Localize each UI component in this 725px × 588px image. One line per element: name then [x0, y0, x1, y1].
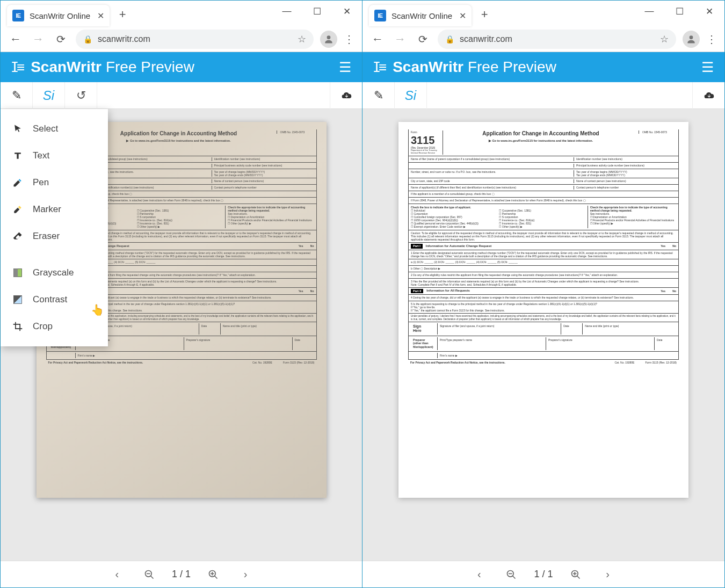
bookmark-star-icon[interactable]: ☆ — [660, 33, 669, 45]
editor-toolbar: ✎ Si — [363, 82, 724, 109]
dropdown-item-pen[interactable]: Pen — [1, 169, 108, 196]
dropdown-item-grayscale[interactable]: Grayscale — [1, 259, 108, 286]
signature-icon: Si — [405, 88, 416, 103]
browser-tab[interactable]: IE ScanWritr Online ✕ — [369, 5, 472, 26]
browser-menu-icon[interactable]: ⋮ — [340, 33, 358, 46]
new-tab-button[interactable]: + — [114, 6, 131, 23]
bookmark-star-icon[interactable]: ☆ — [298, 33, 306, 45]
nav-forward-icon[interactable]: → — [389, 28, 411, 50]
lock-icon: 🔒 — [83, 35, 92, 43]
dropdown-item-crop[interactable]: Crop — [1, 313, 108, 340]
grayscale-icon — [12, 267, 23, 278]
text-icon — [12, 150, 23, 161]
favicon: IE — [12, 10, 24, 21]
contrast-icon — [12, 294, 23, 305]
dropdown-item-contrast[interactable]: Contrast — [1, 286, 108, 313]
dropdown-item-marker[interactable]: Marker — [1, 196, 108, 223]
url-text: scanwritr.com — [98, 34, 292, 44]
edit-tool-button[interactable]: ✎ — [363, 82, 395, 109]
zoom-in-icon — [208, 569, 219, 580]
browser-menu-icon[interactable]: ⋮ — [703, 33, 720, 46]
app-name: ScanWritr — [393, 59, 463, 76]
profile-avatar-icon[interactable] — [683, 31, 700, 48]
new-tab-button[interactable]: + — [476, 6, 493, 23]
url-input[interactable]: 🔒 scanwritr.com ☆ — [76, 30, 314, 49]
close-tab-icon[interactable]: ✕ — [458, 11, 467, 20]
window-titlebar: IE ScanWritr Online ✕ + — ☐ ✕ — [1, 1, 362, 26]
cursor-icon — [12, 124, 23, 134]
document-canvas[interactable]: Form 3115 (Rev. December 2018) Departmen… — [363, 109, 724, 561]
app-header: ⵊ≡ ScanWritr Free Preview ☰ — [1, 52, 362, 82]
zoom-out-button[interactable] — [502, 565, 521, 584]
window-minimize[interactable]: — — [634, 1, 664, 22]
svg-point-12 — [690, 35, 693, 39]
dropdown-item-text[interactable]: Text — [1, 142, 108, 169]
profile-avatar-icon[interactable] — [320, 31, 337, 48]
pen-icon — [12, 177, 23, 188]
zoom-in-button[interactable] — [566, 565, 585, 584]
zoom-out-icon — [506, 569, 517, 580]
app-subtitle: Free Preview — [106, 59, 194, 76]
signature-tool-button[interactable]: Si — [395, 82, 427, 109]
eraser-icon — [12, 231, 23, 242]
nav-back-icon[interactable]: ← — [367, 28, 388, 50]
nav-back-icon[interactable]: ← — [5, 28, 26, 50]
window-minimize[interactable]: — — [272, 1, 302, 22]
app-subtitle: Free Preview — [468, 59, 556, 76]
dropdown-item-select[interactable]: Select — [1, 115, 108, 142]
nav-reload-icon[interactable]: ⟳ — [50, 28, 71, 50]
pager-next-button[interactable]: › — [598, 565, 618, 584]
pencil-icon: ✎ — [374, 89, 383, 103]
window-close[interactable]: ✕ — [694, 1, 724, 22]
browser-window-left: IE ScanWritr Online ✕ + — ☐ ✕ ← → ⟳ 🔒 sc… — [0, 0, 363, 588]
editor-toolbar: ✎ Si ↺ — [1, 82, 362, 109]
svg-line-15 — [513, 576, 516, 578]
close-tab-icon[interactable]: ✕ — [96, 11, 105, 20]
url-input[interactable]: 🔒 scanwritr.com ☆ — [438, 30, 676, 49]
pager-prev-button[interactable]: ‹ — [107, 565, 127, 584]
address-bar: ← → ⟳ 🔒 scanwritr.com ☆ ⋮ — [1, 26, 362, 52]
tab-title: ScanWritr Online — [392, 11, 452, 20]
edit-tools-dropdown: Select Text Pen Marker Eraser Grayscale … — [1, 109, 108, 346]
url-text: scanwritr.com — [460, 34, 655, 44]
lock-icon: 🔒 — [445, 35, 454, 43]
pencil-icon: ✎ — [12, 89, 21, 103]
marker-icon — [12, 204, 23, 215]
crop-icon — [12, 321, 23, 332]
pager-prev-button[interactable]: ‹ — [469, 565, 489, 584]
edit-tool-button[interactable]: ✎ — [1, 82, 33, 109]
pager-next-button[interactable]: › — [236, 565, 255, 584]
zoom-in-button[interactable] — [204, 565, 223, 584]
signature-tool-button[interactable]: Si — [33, 82, 65, 109]
window-maximize[interactable]: ☐ — [302, 1, 332, 22]
app-menu-icon[interactable]: ☰ — [339, 59, 351, 76]
undo-button[interactable]: ↺ — [65, 82, 97, 109]
download-button[interactable] — [692, 82, 724, 109]
download-button[interactable] — [330, 82, 362, 109]
page-indicator: 1 / 1 — [172, 569, 191, 580]
scanned-document-clean: Form 3115 (Rev. December 2018) Departmen… — [398, 122, 688, 498]
nav-forward-icon[interactable]: → — [27, 28, 49, 50]
app-header: ⵊ≡ ScanWritr Free Preview ☰ — [363, 52, 724, 82]
window-close[interactable]: ✕ — [332, 1, 362, 22]
browser-tab[interactable]: IE ScanWritr Online ✕ — [7, 5, 110, 26]
app-logo: ⵊ≡ — [373, 59, 385, 76]
svg-point-0 — [327, 35, 331, 39]
zoom-out-button[interactable] — [140, 565, 159, 584]
window-maximize[interactable]: ☐ — [664, 1, 694, 22]
cloud-download-icon — [704, 90, 714, 101]
undo-icon: ↺ — [76, 89, 86, 103]
zoom-in-icon — [570, 569, 581, 580]
address-bar: ← → ⟳ 🔒 scanwritr.com ☆ ⋮ — [363, 26, 724, 52]
dropdown-item-eraser[interactable]: Eraser — [1, 223, 108, 250]
signature-icon: Si — [43, 88, 54, 103]
svg-line-11 — [215, 576, 218, 578]
nav-reload-icon[interactable]: ⟳ — [412, 28, 433, 50]
app-menu-icon[interactable]: ☰ — [701, 59, 714, 76]
cloud-download-icon — [341, 90, 352, 101]
browser-window-right: IE ScanWritr Online ✕ + — ☐ ✕ ← → ⟳ 🔒 sc… — [363, 0, 725, 588]
svg-line-7 — [150, 576, 153, 578]
page-indicator: 1 / 1 — [534, 569, 553, 580]
svg-line-19 — [577, 576, 579, 578]
pager-bar: ‹ 1 / 1 › — [363, 561, 724, 587]
